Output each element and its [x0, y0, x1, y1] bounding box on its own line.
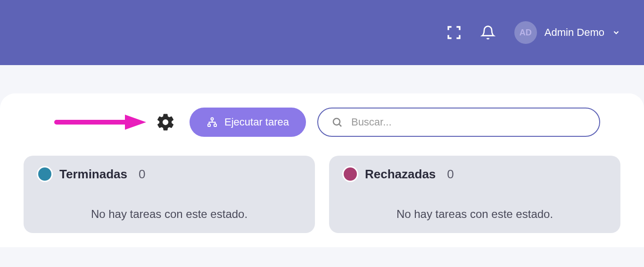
main-panel: Ejecutar tarea Terminadas 0 No hay tarea…	[0, 93, 644, 247]
status-dot-rechazadas	[342, 166, 358, 182]
column-terminadas: Terminadas 0 No hay tareas con este esta…	[24, 156, 315, 233]
svg-marker-1	[125, 115, 146, 130]
empty-message: No hay tareas con este estado.	[37, 206, 302, 223]
column-header: Rechazadas 0	[342, 166, 607, 182]
empty-message: No hay tareas con este estado.	[342, 206, 607, 223]
column-count: 0	[139, 167, 145, 182]
chevron-down-icon	[612, 28, 620, 37]
column-count: 0	[447, 167, 454, 182]
svg-rect-4	[214, 124, 216, 126]
bell-icon[interactable]	[480, 25, 495, 40]
kanban-columns: Terminadas 0 No hay tareas con este esta…	[19, 156, 625, 233]
status-dot-terminadas	[37, 166, 53, 182]
svg-point-5	[333, 118, 340, 125]
column-title: Rechazadas	[365, 167, 436, 182]
svg-rect-3	[208, 124, 210, 126]
fullscreen-icon[interactable]	[446, 25, 462, 40]
column-header: Terminadas 0	[37, 166, 302, 182]
run-task-button[interactable]: Ejecutar tarea	[190, 108, 306, 137]
column-rechazadas: Rechazadas 0 No hay tareas con este esta…	[329, 156, 620, 233]
search-icon	[331, 116, 343, 128]
user-menu[interactable]: AD Admin Demo	[514, 21, 620, 44]
content-area: Ejecutar tarea Terminadas 0 No hay tarea…	[0, 65, 644, 247]
hierarchy-icon	[206, 117, 218, 128]
search-container[interactable]	[317, 108, 600, 137]
username-label: Admin Demo	[545, 26, 604, 39]
run-task-label: Ejecutar tarea	[224, 116, 289, 128]
svg-point-2	[211, 118, 214, 120]
annotation-arrow	[52, 113, 146, 132]
avatar-initials: AD	[520, 28, 532, 38]
column-title: Terminadas	[59, 167, 127, 182]
top-bar: AD Admin Demo	[0, 0, 644, 65]
avatar: AD	[514, 21, 537, 44]
settings-button[interactable]	[153, 109, 178, 135]
gear-icon	[156, 112, 175, 132]
toolbar: Ejecutar tarea	[19, 108, 625, 137]
search-input[interactable]	[351, 116, 586, 128]
